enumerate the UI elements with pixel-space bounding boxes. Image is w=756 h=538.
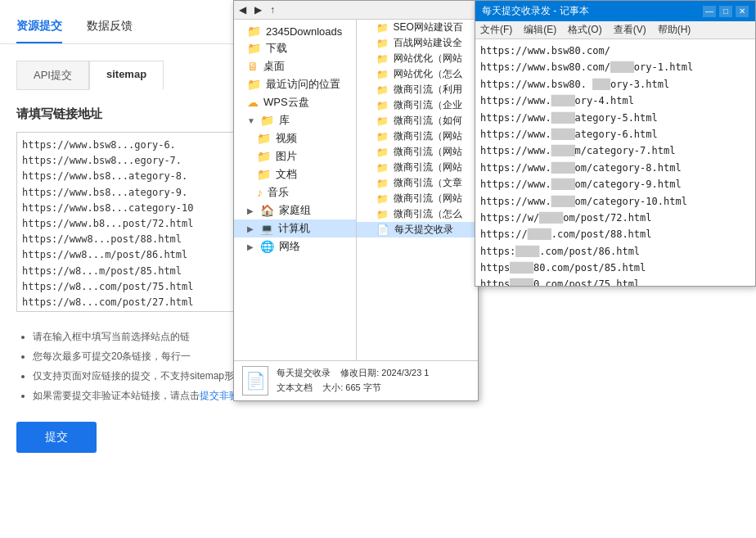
- np-line: https://www.████om/category-9.html: [480, 176, 750, 192]
- fe-back-button[interactable]: ◀: [239, 4, 246, 16]
- np-line: https://www.bsw80.com/: [480, 43, 750, 59]
- group-icon: 🏠: [260, 204, 274, 217]
- file-row[interactable]: 📁 微商引流（企业: [357, 97, 479, 113]
- desktop-icon: 🖥: [247, 60, 259, 73]
- np-line: https://www.bsw80.com/████ory-1.html: [480, 59, 750, 75]
- np-line: https://w/████om/post/72.html: [480, 210, 750, 226]
- fe-item-pictures[interactable]: 📁 图片: [234, 147, 356, 165]
- cloud-icon: ☁: [247, 96, 259, 109]
- fe-item-wps-cloud[interactable]: ☁ WPS云盘: [234, 93, 356, 111]
- file-explorer-window: ◀ ▶ ↑ 📁 2345Downloads 📁 下载 🖥 桌面 📁 最近访问的位…: [233, 0, 479, 401]
- folder-icon: 📁: [376, 115, 389, 127]
- file-row[interactable]: 📁 微商引流（网站: [357, 144, 479, 160]
- submit-button[interactable]: 提交: [16, 422, 97, 453]
- music-icon: ♪: [257, 186, 263, 199]
- recent-icon: 📁: [247, 78, 261, 91]
- fe-item-desktop[interactable]: 🖥 桌面: [234, 57, 356, 75]
- file-type-label: 文本文档 大小: 665 字节: [277, 381, 429, 396]
- fe-forward-button[interactable]: ▶: [254, 4, 262, 16]
- close-button[interactable]: ✕: [736, 6, 749, 17]
- window-controls: — □ ✕: [703, 6, 749, 17]
- file-row[interactable]: 📁 微商引流（网站: [357, 191, 479, 206]
- folder-icon: 📁: [376, 162, 389, 174]
- fe-item-documents[interactable]: 📁 文档: [234, 165, 356, 183]
- expand-arrow: ▶: [247, 242, 255, 251]
- file-row[interactable]: 📁 微商引流（文章: [357, 175, 479, 191]
- notepad-content[interactable]: https://www.bsw80.com/ https://www.bsw80…: [475, 39, 755, 286]
- fe-item-library[interactable]: ▼ 📁 库: [234, 111, 356, 129]
- file-name-label: 每天提交收录 修改日期: 2024/3/23 1: [277, 366, 429, 381]
- minimize-button[interactable]: —: [703, 6, 716, 17]
- fe-item-recent[interactable]: 📁 最近访问的位置: [234, 75, 356, 93]
- fe-item-downloads[interactable]: 📁 2345Downloads: [234, 23, 356, 39]
- expand-arrow: ▶: [247, 206, 255, 215]
- file-explorer-toolbar: ◀ ▶ ↑: [234, 1, 478, 20]
- folder-icon: 📁: [376, 193, 389, 205]
- file-row[interactable]: 📁 SEO网站建设百: [357, 20, 479, 35]
- expand-arrow: ▼: [247, 116, 255, 125]
- folder-icon: 📁: [247, 25, 261, 38]
- folder-icon: 📁: [376, 131, 389, 142]
- file-row[interactable]: 📁 微商引流（网站: [357, 129, 479, 144]
- file-list: 📁 SEO网站建设百 📁 百战网站建设全 📁 网站优化（网站 📁 网站优化（怎么…: [357, 20, 479, 360]
- notepad-titlebar: 每天提交收录发 - 记事本 — □ ✕: [475, 1, 755, 21]
- fe-item-download[interactable]: 📁 下载: [234, 39, 356, 57]
- file-row[interactable]: 📁 微商引流（怎么: [357, 206, 479, 222]
- folder-icon: 📁: [260, 114, 274, 127]
- np-line: https://www.████ategory-5.html: [480, 110, 750, 126]
- folder-icon: 📁: [376, 209, 389, 220]
- folder-icon: 📁: [376, 84, 389, 96]
- tab-sitemap[interactable]: sitemap: [89, 61, 164, 90]
- maximize-button[interactable]: □: [719, 6, 732, 17]
- np-line: https████80.com/post/85.html: [480, 260, 750, 276]
- network-icon: 🌐: [260, 240, 274, 253]
- folder-icon: 📁: [376, 178, 389, 189]
- np-line: https://www.bsw80. ███ory-3.html: [480, 76, 750, 93]
- expand-arrow: ▶: [247, 224, 255, 233]
- np-line: https████0.com/post/75.html: [480, 276, 750, 286]
- np-line: https://www.████om/category-8.html: [480, 160, 750, 176]
- file-info-bar: 📄 每天提交收录 修改日期: 2024/3/23 1 文本文档 大小: 665 …: [234, 360, 478, 400]
- menu-file[interactable]: 文件(F): [480, 23, 512, 37]
- file-info-text: 每天提交收录 修改日期: 2024/3/23 1 文本文档 大小: 665 字节: [277, 366, 429, 395]
- file-row-selected[interactable]: 📄 每天提交收录: [357, 222, 479, 237]
- tab-resource-submit[interactable]: 资源提交: [16, 12, 62, 43]
- tab-api-submit[interactable]: API提交: [16, 61, 89, 90]
- fe-item-music[interactable]: ♪ 音乐: [234, 183, 356, 201]
- fe-item-home-group[interactable]: ▶ 🏠 家庭组: [234, 201, 356, 219]
- file-preview-icon: 📄: [242, 366, 268, 396]
- np-line: https:████.com/post/86.html: [480, 243, 750, 260]
- np-line: https://www.████ategory-6.html: [480, 126, 750, 142]
- fe-item-computer[interactable]: ▶ 💻 计算机: [234, 219, 356, 237]
- folder-icon: 📁: [247, 42, 261, 55]
- fe-up-button[interactable]: ↑: [270, 4, 275, 16]
- fe-item-video[interactable]: 📁 视频: [234, 129, 356, 147]
- folder-icon: 📁: [376, 69, 389, 80]
- notepad-title: 每天提交收录发 - 记事本: [482, 4, 589, 18]
- np-line: https://www.████ory-4.html: [480, 93, 750, 109]
- file-row[interactable]: 📁 百战网站建设全: [357, 35, 479, 51]
- folder-icon: 📁: [257, 168, 271, 181]
- menu-view[interactable]: 查看(V): [614, 23, 646, 37]
- np-line: https://www.████m/category-7.html: [480, 142, 750, 159]
- np-line: https://████.com/post/88.html: [480, 226, 750, 242]
- file-row[interactable]: 📁 微商引流（网站: [357, 160, 479, 175]
- notepad-menubar: 文件(F) 编辑(E) 格式(O) 查看(V) 帮助(H): [475, 21, 755, 39]
- file-row[interactable]: 📁 网站优化（怎么: [357, 66, 479, 82]
- computer-icon: 💻: [260, 223, 273, 235]
- file-row[interactable]: 📁 网站优化（网站: [357, 51, 479, 66]
- file-row[interactable]: 📁 微商引流（如何: [357, 113, 479, 129]
- folder-icon: 📁: [257, 132, 271, 145]
- folder-icon: 📁: [376, 22, 389, 34]
- menu-edit[interactable]: 编辑(E): [524, 23, 556, 37]
- menu-help[interactable]: 帮助(H): [658, 23, 691, 37]
- folder-icon: 📁: [376, 53, 389, 65]
- fe-item-network[interactable]: ▶ 🌐 网络: [234, 237, 356, 255]
- file-icon: 📄: [376, 224, 389, 236]
- folder-icon: 📁: [257, 150, 271, 163]
- folder-icon: 📁: [376, 38, 389, 49]
- menu-format[interactable]: 格式(O): [568, 23, 601, 37]
- file-tree: 📁 2345Downloads 📁 下载 🖥 桌面 📁 最近访问的位置 ☁ WP…: [234, 20, 357, 360]
- tab-data-feedback[interactable]: 数据反馈: [87, 12, 133, 43]
- file-row[interactable]: 📁 微商引流（利用: [357, 82, 479, 97]
